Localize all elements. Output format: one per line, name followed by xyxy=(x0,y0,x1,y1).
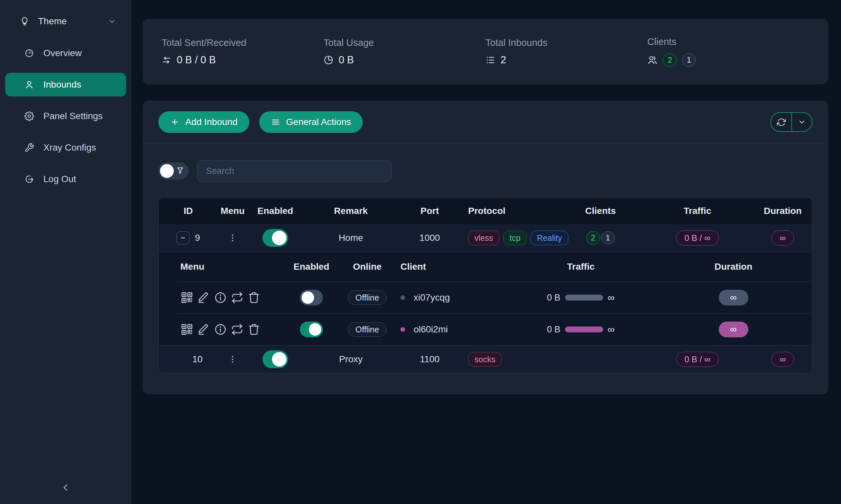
toggle-knob xyxy=(272,231,287,245)
inbound-enabled-toggle[interactable] xyxy=(262,350,288,368)
protocol-tag: socks xyxy=(468,352,502,366)
duration-pill: ∞ xyxy=(771,352,794,367)
clients-total-badge: 1 xyxy=(601,231,615,245)
client-row: Offline ol60i2mi 0 B ∞ ∞ xyxy=(178,313,812,345)
plus-icon xyxy=(170,118,179,127)
inbounds-panel: Add Inbound General Actions xyxy=(142,101,828,394)
stat-label: Clients xyxy=(647,36,809,47)
clients-online-badge: 2 xyxy=(663,53,677,67)
sidebar-collapse-button[interactable] xyxy=(56,479,75,497)
clients-subtable: Menu Enabled Online Client Traffic Durat… xyxy=(159,252,812,345)
refresh-button-group xyxy=(770,112,812,132)
add-inbound-button[interactable]: Add Inbound xyxy=(158,111,250,133)
chevron-down-icon xyxy=(108,17,116,25)
duration-pill: ∞ xyxy=(719,290,748,305)
stat-total-usage: Total Usage 0 B xyxy=(324,37,485,66)
filter-toggle[interactable] xyxy=(158,162,189,179)
refresh-dropdown-button[interactable] xyxy=(791,113,812,131)
subcolumn-header-enabled: Enabled xyxy=(287,262,336,272)
sidebar-item-logout[interactable]: Log Out xyxy=(5,167,126,191)
network-tag: tcp xyxy=(503,231,527,245)
stat-total-inbounds: Total Inbounds 2 xyxy=(485,37,648,66)
qrcode-button[interactable] xyxy=(181,291,193,304)
column-header-protocol: Protocol xyxy=(461,206,560,216)
inbound-remark: Proxy xyxy=(303,354,398,364)
toggle-knob xyxy=(309,323,321,336)
stat-value: 0 B / 0 B xyxy=(177,54,216,66)
delete-button[interactable] xyxy=(247,291,260,304)
sidebar-item-inbounds[interactable]: Inbounds xyxy=(5,73,126,96)
column-header-enabled: Enabled xyxy=(247,206,303,216)
column-header-remark: Remark xyxy=(303,206,398,216)
column-header-duration: Duration xyxy=(753,206,812,216)
inbound-enabled-toggle[interactable] xyxy=(262,229,288,247)
protocol-tag: vless xyxy=(468,231,499,245)
clients-online-badge: 2 xyxy=(586,231,600,245)
column-header-menu: Menu xyxy=(218,206,247,216)
stat-clients: Clients 2 1 xyxy=(647,36,809,67)
stat-value: 2 xyxy=(501,54,506,66)
reset-traffic-button[interactable] xyxy=(230,291,244,304)
toggle-knob xyxy=(272,352,287,366)
inbound-id: 10 xyxy=(192,354,202,364)
client-color-dot xyxy=(400,327,405,332)
edit-button[interactable] xyxy=(197,291,210,304)
inbound-id: 9 xyxy=(195,233,200,243)
row-menu-button[interactable] xyxy=(228,233,237,242)
minus-icon xyxy=(179,234,187,242)
info-button[interactable] xyxy=(214,323,227,336)
client-name: ol60i2mi xyxy=(414,324,448,335)
search-row xyxy=(142,144,828,182)
list-icon xyxy=(485,55,495,65)
inbound-remark: Home xyxy=(303,233,398,243)
client-enabled-toggle[interactable] xyxy=(300,290,323,305)
edit-button[interactable] xyxy=(197,323,210,336)
client-enabled-toggle[interactable] xyxy=(300,322,323,337)
table-header: ID Menu Enabled Remark Port Protocol Cli… xyxy=(159,198,812,224)
gauge-icon xyxy=(24,48,34,58)
sidebar-item-panel-settings[interactable]: Panel Settings xyxy=(5,104,126,128)
column-header-clients: Clients xyxy=(560,206,641,216)
online-status-badge: Offline xyxy=(348,290,387,305)
sidebar-item-overview[interactable]: Overview xyxy=(5,41,126,65)
subcolumn-header-menu: Menu xyxy=(178,262,287,272)
actions-row: Add Inbound General Actions xyxy=(142,101,828,143)
subcolumn-header-online: Online xyxy=(336,262,398,272)
traffic-pill: 0 B / ∞ xyxy=(676,230,719,246)
row-menu-button[interactable] xyxy=(228,355,237,364)
column-header-port: Port xyxy=(398,206,461,216)
delete-button[interactable] xyxy=(247,323,260,336)
refresh-icon xyxy=(777,118,786,127)
qrcode-button[interactable] xyxy=(181,323,193,336)
collapse-row-button[interactable] xyxy=(176,231,190,245)
chevron-down-icon xyxy=(797,118,806,126)
chevron-left-icon xyxy=(61,483,71,492)
general-actions-button[interactable]: General Actions xyxy=(259,111,363,133)
stat-total-sent-received: Total Sent/Received 0 B / 0 B xyxy=(161,37,324,66)
duration-pill: ∞ xyxy=(771,230,794,246)
search-input[interactable] xyxy=(197,160,392,182)
client-color-dot xyxy=(400,295,405,300)
traffic-limit: ∞ xyxy=(608,324,615,335)
theme-selector[interactable]: Theme xyxy=(11,10,122,33)
toggle-knob xyxy=(302,291,314,304)
refresh-button[interactable] xyxy=(771,113,791,131)
bulb-icon xyxy=(20,16,30,26)
arrows-swap-icon xyxy=(161,55,171,65)
column-header-traffic: Traffic xyxy=(641,206,753,216)
stat-value: 0 B xyxy=(339,54,354,66)
sidebar: Theme Overview Inbounds Panel Settings xyxy=(0,0,132,504)
reset-traffic-button[interactable] xyxy=(230,323,244,336)
inbound-port: 1000 xyxy=(398,233,461,243)
subcolumn-header-duration: Duration xyxy=(655,262,812,272)
sidebar-item-label: Panel Settings xyxy=(44,111,103,121)
menu-lines-icon xyxy=(271,118,280,127)
info-button[interactable] xyxy=(214,291,227,304)
inbounds-table: ID Menu Enabled Remark Port Protocol Cli… xyxy=(158,198,812,373)
sidebar-item-label: Xray Configs xyxy=(44,142,96,153)
wrench-icon xyxy=(24,143,34,152)
sidebar-item-xray-configs[interactable]: Xray Configs xyxy=(5,136,126,160)
duration-pill: ∞ xyxy=(719,322,748,337)
subcolumn-header-client: Client xyxy=(398,262,507,272)
logout-icon xyxy=(24,174,34,184)
